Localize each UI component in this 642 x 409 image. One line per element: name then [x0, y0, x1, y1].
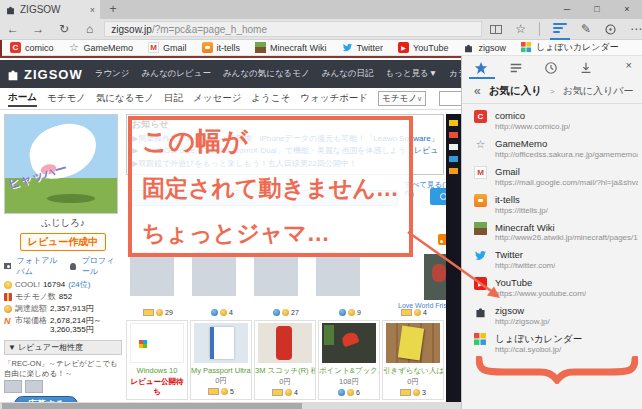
address-bar[interactable]: zigsow.jp/?m=pc&a=page_h_home [104, 21, 482, 37]
share-icon[interactable] [604, 23, 617, 36]
mascot-image[interactable]: ヒャッハー [4, 114, 118, 214]
subnav-home[interactable]: ホーム [8, 91, 37, 107]
tab-title: ZIGSOW [20, 4, 86, 15]
maximize-button[interactable]: □ [582, 0, 612, 19]
active-tab-underline [469, 77, 495, 79]
site-subnav: ホーム モチモノ 気になるモノ 日記 メッセージ ようこそ ウォッチボード モチ… [0, 88, 461, 110]
favorites-tab-star-icon[interactable] [474, 61, 488, 75]
product-tile-point-book[interactable]: ポイント&ブック... 108円 6 [318, 320, 380, 400]
calendar-icon [474, 333, 487, 346]
photo-album-link[interactable]: フォトアルバム [17, 255, 64, 277]
new-tab-button[interactable]: + [100, 0, 126, 19]
nav-lounge[interactable]: ラウンジ [95, 68, 130, 80]
subnav-message[interactable]: メッセージ [193, 92, 241, 105]
subnav-kininaru[interactable]: 気になるモノ [96, 92, 154, 105]
ad-fragment [449, 132, 458, 138]
coin-icon [413, 389, 420, 396]
zigsow-icon [463, 42, 474, 53]
subnav-watchboard[interactable]: ウォッチボード [300, 92, 368, 105]
reviewer-affinity-header[interactable]: ▼ レビュアー相性度 [4, 340, 122, 355]
favorite-item-gamememo[interactable]: GameMemohttp://officedss.sakura.ne.jp/ga… [462, 135, 642, 163]
favorite-comico[interactable]: comico [10, 42, 54, 53]
reading-list-tab-icon[interactable] [509, 61, 523, 75]
product-image [130, 323, 184, 363]
favorite-item-it-tells[interactable]: it-tellshttps://ittells.jp/ [462, 191, 642, 219]
chart-icon: N [4, 317, 12, 325]
hub-icon[interactable] [553, 22, 568, 36]
history-tab-icon[interactable] [544, 61, 558, 75]
profile-link[interactable]: プロフィール [82, 255, 122, 277]
favorite-star-icon[interactable]: ☆ [515, 22, 526, 36]
chevron-down-icon: ∨ [417, 95, 422, 103]
favorite-item-comico[interactable]: comicohttp://www.comico.jp/ [462, 107, 642, 135]
favorite-item-gmail[interactable]: Gmailhttps://mail.google.com/mail/?hl=ja… [462, 163, 642, 191]
annotation-line-3: ちょっとジャマ… [142, 218, 399, 249]
back-button[interactable]: ← [0, 22, 26, 36]
forward-button[interactable]: → [26, 22, 52, 36]
browser-tab[interactable]: ZIGSOW × [0, 0, 100, 19]
favorite-twitter[interactable]: Twitter [342, 42, 384, 53]
favorite-item-syoboi-calendar[interactable]: しょぼいカレンダーhttp://cal.syoboi.jp/ [462, 330, 642, 358]
campaign-1-text[interactable]: 「REC-ON」～テレビがどこでも自由に楽しめる！～ [4, 359, 122, 379]
breadcrumb-favorites[interactable]: お気に入り [489, 84, 542, 98]
product-tile-passport[interactable]: My Passport Ultra... 0円 5 [190, 320, 252, 400]
breadcrumb-favorites-bar[interactable]: お気に入りバー [563, 84, 634, 98]
refresh-button[interactable]: ↻ [51, 22, 77, 36]
badge-cell: 29 [126, 309, 190, 316]
globe-icon [273, 309, 280, 316]
toolbar-divider [539, 22, 540, 36]
home-button[interactable]: ⌂ [77, 22, 103, 36]
cool-badge-icon [401, 309, 412, 316]
more-icon[interactable]: ⋯ [630, 22, 642, 36]
favorite-minecraft-wiki[interactable]: Minecraft Wiki [255, 42, 327, 53]
product-badge-row: 29 4 27 9 4 [126, 309, 446, 316]
ad-fragment [449, 168, 458, 174]
hub-close-icon[interactable]: × [626, 59, 632, 71]
scrollbar-thumb[interactable] [2, 403, 302, 409]
zigsow-favicon [5, 4, 16, 15]
breadcrumb-separator: > [550, 87, 555, 96]
nav-wanted[interactable]: みんなの気になるモノ [223, 68, 310, 80]
favorite-it-tells[interactable]: it-tells [202, 42, 241, 53]
search-category-select[interactable]: モチモノ ∨ [378, 91, 426, 106]
subnav-youkoso[interactable]: ようこそ [251, 92, 290, 105]
product-tile-windows10[interactable]: Windows 10 レビュー公開待ち [126, 320, 188, 400]
stat-mochimono: モチモノ数 852 [4, 292, 122, 302]
web-note-icon[interactable]: ✎ [581, 22, 591, 36]
site-logo[interactable]: ZIGSOW [6, 67, 83, 82]
annotation-line-1: この幅が [142, 124, 399, 159]
star-outline-icon [69, 42, 80, 53]
horizontal-scrollbar[interactable] [0, 402, 461, 409]
favorite-syoboi-calendar[interactable]: しょぼいカレンダー [521, 41, 619, 54]
ghost-thumbnail [192, 252, 236, 296]
downloads-tab-icon[interactable] [579, 61, 593, 75]
favorite-youtube[interactable]: YouTube [398, 42, 448, 53]
coin-icon [156, 309, 163, 316]
nav-diary[interactable]: みんなの日記 [322, 68, 374, 80]
subnav-nikki[interactable]: 日記 [164, 92, 183, 105]
close-button[interactable]: × [612, 0, 642, 19]
product-image [194, 323, 248, 363]
minimize-button[interactable]: ─ [552, 0, 582, 19]
favorite-gmail[interactable]: Gmail [148, 42, 187, 53]
ghost-thumbnail [130, 252, 174, 296]
favorite-gamememo[interactable]: GameMemo [69, 42, 134, 53]
reading-view-icon[interactable] [490, 25, 502, 34]
product-tile-book[interactable]: 引きずらない人は... 0円 3 [382, 320, 444, 400]
site-search-input[interactable] [439, 91, 461, 106]
product-image [258, 323, 312, 363]
favorite-zigsow[interactable]: zigsow [463, 42, 506, 53]
gmail-icon [474, 166, 487, 179]
comico-icon [10, 42, 21, 53]
breadcrumb-back-icon[interactable]: « [474, 86, 481, 96]
subnav-mochimono[interactable]: モチモノ [47, 92, 86, 105]
nav-more[interactable]: もっと見る▼ [386, 68, 438, 80]
tab-close-icon[interactable]: × [90, 5, 95, 15]
product-tile-scotch[interactable]: 3M スコッチ(R) 移... 0円 4 [254, 320, 316, 400]
username[interactable]: ふじしろ♪ [4, 217, 122, 230]
review-in-progress-button[interactable]: レビュー作成中 [20, 233, 106, 251]
globe-icon [339, 309, 346, 316]
nav-reviews[interactable]: みんなのレビュー [142, 68, 211, 80]
nav-category[interactable]: カテゴリー▼ [449, 68, 461, 80]
comico-icon [474, 110, 487, 123]
